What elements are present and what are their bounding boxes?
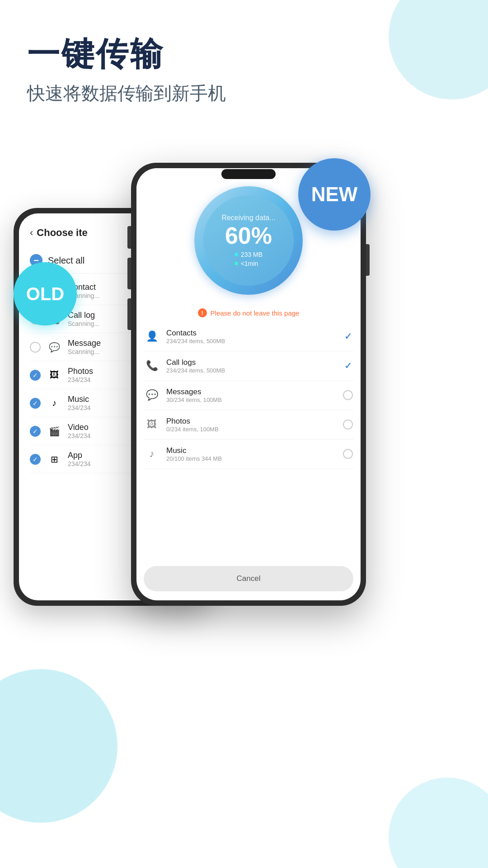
warning-text: Please do not leave this page: [211, 309, 300, 317]
empty-check-icon: [343, 390, 353, 400]
list-item[interactable]: 👤Contacts234/234 items, 500MB✓: [144, 322, 353, 351]
page-subtitle: 快速将数据传输到新手机: [27, 81, 226, 106]
item-name: Music: [166, 446, 336, 455]
label-new: NEW: [298, 158, 371, 231]
contacts-icon: 👤: [144, 328, 160, 344]
checkmark-icon: ✓: [344, 331, 352, 342]
item-subtitle: 234/234 items, 500MB: [166, 367, 336, 374]
empty-check-icon: [343, 449, 353, 459]
item-check[interactable]: [343, 419, 353, 430]
item-checkbox[interactable]: [30, 454, 41, 465]
header: 一键传输 快速将数据传输到新手机: [27, 36, 226, 106]
new-item-list: 👤Contacts234/234 items, 500MB✓📞Call logs…: [136, 322, 361, 561]
item-subtitle: 234/234 items, 500MB: [166, 338, 336, 344]
item-check[interactable]: [343, 448, 353, 459]
music-icon: ♪: [144, 446, 160, 462]
item-subtitle: 20/100 items 344 MB: [166, 455, 336, 462]
photo-icon: 🖼: [47, 368, 61, 382]
time-dot: [235, 262, 238, 265]
mute-button: [127, 226, 131, 249]
item-checkbox[interactable]: [30, 370, 41, 381]
receiving-label: Receiving data...: [221, 214, 275, 222]
item-subtitle: 0/234 items, 100MB: [166, 426, 336, 433]
item-name: Contacts: [166, 329, 336, 338]
volume-up-button: [127, 258, 131, 289]
phones-container: OLD ‹ Choose ite Select all 👤ContactScan…: [0, 136, 488, 814]
item-check[interactable]: [343, 390, 353, 401]
cancel-button[interactable]: Cancel: [144, 566, 353, 591]
list-item[interactable]: 🖼Photos0/234 items, 100MB: [144, 410, 353, 439]
warning-row: ! Please do not leave this page: [136, 304, 361, 322]
progress-stats: 233 MB <1min: [235, 251, 263, 267]
item-name: Call logs: [166, 358, 336, 367]
size-row: 233 MB: [235, 251, 263, 258]
item-check[interactable]: ✓: [343, 331, 353, 342]
item-check[interactable]: ✓: [343, 360, 353, 371]
video-icon: 🎬: [47, 424, 61, 439]
phone-notch: [221, 169, 276, 179]
bg-circle-top-right: [389, 0, 488, 99]
list-item[interactable]: 📞Call logs234/234 items, 500MB✓: [144, 351, 353, 381]
phone-icon: 📞: [144, 358, 160, 374]
item-subtitle: 30/234 items, 100MB: [166, 396, 336, 403]
item-checkbox[interactable]: [30, 426, 41, 437]
music-icon: ♪: [47, 396, 61, 410]
phone-new-screen: Receiving data... 60% 233 MB <1min: [136, 168, 361, 600]
item-name: Messages: [166, 387, 336, 396]
list-item[interactable]: 💬Messages30/234 items, 100MB: [144, 381, 353, 410]
size-label: 233 MB: [241, 251, 263, 258]
old-screen-title: Choose ite: [37, 227, 87, 239]
time-label: <1min: [241, 260, 258, 267]
volume-down-button: [127, 298, 131, 330]
item-checkbox[interactable]: [30, 398, 41, 409]
item-checkbox[interactable]: [30, 342, 41, 353]
message-icon: 💬: [144, 387, 160, 403]
app-icon: ⊞: [47, 452, 61, 467]
progress-percent: 60%: [225, 224, 272, 247]
message-icon: 💬: [47, 340, 61, 354]
progress-circle-outer: Receiving data... 60% 233 MB <1min: [194, 186, 303, 295]
back-arrow-icon[interactable]: ‹: [30, 227, 33, 239]
item-name: Photos: [166, 417, 336, 426]
time-row: <1min: [235, 260, 263, 267]
new-screen-content: Receiving data... 60% 233 MB <1min: [136, 168, 361, 600]
power-button: [366, 244, 370, 276]
label-old: OLD: [14, 262, 77, 326]
list-item[interactable]: ♪Music20/100 items 344 MB: [144, 439, 353, 469]
checkmark-icon: ✓: [344, 360, 352, 371]
warning-icon: !: [198, 308, 207, 317]
progress-circle-inner: Receiving data... 60% 233 MB <1min: [203, 195, 294, 286]
photo-icon: 🖼: [144, 416, 160, 433]
page-title: 一键传输: [27, 36, 226, 72]
size-dot: [235, 253, 238, 256]
empty-check-icon: [343, 420, 353, 429]
